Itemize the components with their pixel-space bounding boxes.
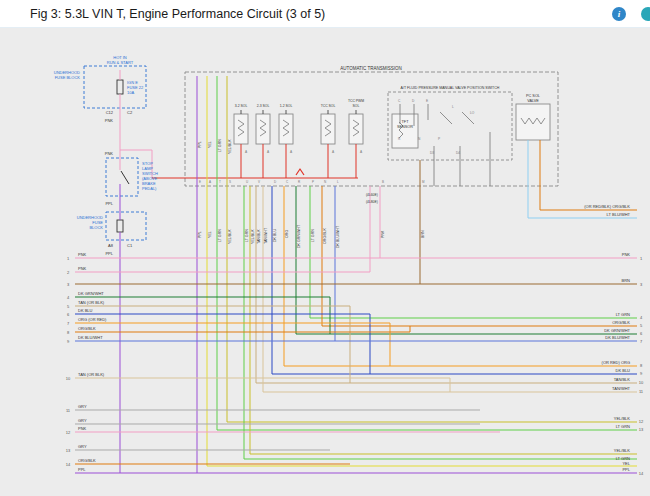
wire-label: D <box>412 99 415 103</box>
stop-lamp-switch-box <box>106 158 138 196</box>
wire-label: TAN/BLK <box>614 377 631 382</box>
wire-label: PNK <box>78 426 87 431</box>
titlebar: Fig 3: 5.3L VIN T, Engine Performance Ci… <box>0 0 650 28</box>
red-arrow <box>296 169 304 175</box>
orgblk-top-right <box>540 140 637 210</box>
wire-label: PC SOL <box>526 94 540 98</box>
wire-label: TAN/WHT <box>612 386 630 391</box>
switch-blade-1 <box>440 112 452 124</box>
wire-label: 3 <box>67 282 70 287</box>
dkblu-drop <box>272 186 637 374</box>
solenoid-3-2 <box>234 114 248 144</box>
wire-label: (4L60E) <box>366 193 378 197</box>
wire-label: DK BLU/WHT <box>78 335 103 340</box>
wire-label: DK BLU <box>616 368 631 373</box>
wire-label: TAN/WHT <box>264 227 268 244</box>
wire-label: YEL/BLK <box>614 416 631 421</box>
wire-label: A <box>290 150 293 154</box>
figure-title: Fig 3: 5.3L VIN T, Engine Performance Ci… <box>30 7 325 21</box>
wire-label: TAN (OR BLK) <box>78 372 105 377</box>
wire-label: 13 <box>66 448 71 453</box>
wire-label: 13 <box>639 427 644 432</box>
wire-label: 8 <box>640 363 643 368</box>
wire-label: ORG/BLK <box>323 227 327 244</box>
wire-label: BRN <box>421 230 425 238</box>
wire-label: D4 <box>456 151 460 155</box>
wire-label: LT GRN <box>218 139 222 152</box>
wire-label: N <box>324 180 326 184</box>
wire-label: 10A <box>127 90 134 95</box>
wire-label: 1-2 SOL <box>280 104 293 108</box>
wire-label: 1 <box>67 256 70 261</box>
wire-label: PNK <box>381 230 385 238</box>
app-window: Fig 3: 5.3L VIN T, Engine Performance Ci… <box>0 0 650 496</box>
wire-label: A/T FLUID PRESSURE MANUAL VALVE POSITION… <box>401 86 500 90</box>
wire-label: L <box>337 180 339 184</box>
fuse-symbol-1 <box>117 80 123 94</box>
wire-label: GRY <box>78 418 87 423</box>
wire-label: RUN & START <box>107 60 134 65</box>
wire-label: P <box>312 180 314 184</box>
wire-label: YEL/BLK <box>614 448 631 453</box>
wire-label: 7 <box>67 321 70 326</box>
wire-label: 1 <box>640 256 643 261</box>
secondary-action-icon[interactable] <box>641 7 650 21</box>
wire-label: YEL/BLK <box>251 229 255 244</box>
wire-label: A <box>209 180 211 184</box>
diagram-svg: HOT INRUN & STARTUNDERHOODFUSE BLOCKIGN … <box>0 28 650 496</box>
wire-label: 4 <box>67 295 70 300</box>
wire-label: PEDAL) <box>142 186 157 191</box>
wire-label: PPL <box>105 201 113 206</box>
wire-label: 8 <box>67 330 70 335</box>
wire-label: 9 <box>640 371 643 376</box>
wire-label: A <box>267 150 270 154</box>
tan-left-5 <box>75 306 350 383</box>
wire-label: GRY <box>78 444 87 449</box>
wire-label: LT GRN <box>218 229 222 242</box>
wire-label: D <box>274 180 277 184</box>
org-drop <box>284 186 637 366</box>
wire-label: TAN (OR BLK) <box>78 300 105 305</box>
wire-label: 12 <box>66 430 71 435</box>
wire-label: PPL <box>78 467 86 472</box>
wire-label: R <box>298 180 301 184</box>
wire-label: YEL/BLK <box>228 229 232 244</box>
wire-label: TAN/BLK <box>257 229 261 244</box>
wire-label: ORG <box>285 230 289 238</box>
wire-label: (OR RED/BLK) ORG/BLK <box>584 204 630 209</box>
wire-label: FUSE BLOCK <box>55 75 81 80</box>
info-glyph: i <box>618 9 621 19</box>
wire-label: M <box>422 180 425 184</box>
wire-label: 4 <box>640 315 643 320</box>
wire-label: TFT <box>402 120 410 124</box>
wire-label: U <box>246 180 248 184</box>
wire-label: (OR RED) ORG <box>602 360 630 365</box>
wire-label: LT GRN <box>245 229 249 242</box>
wire-label: 12 <box>639 419 644 424</box>
wire-label: 5 <box>67 304 70 309</box>
wire-label: PPL <box>622 467 630 472</box>
wire-label: A <box>360 150 363 154</box>
orgblk-left-8 <box>75 326 410 332</box>
diagram-canvas: HOT INRUN & STARTUNDERHOODFUSE BLOCKIGN … <box>0 28 650 496</box>
wire-label: YEL <box>208 141 212 148</box>
wire-label: DK BLU/WHT <box>336 225 340 248</box>
yelblk-drop-b <box>250 186 637 454</box>
wire-label: V <box>258 180 260 184</box>
wire-label: ORG/BLK <box>78 326 96 331</box>
wire-label: 2 <box>67 270 70 275</box>
wire-label: BLOCK <box>89 225 103 230</box>
wire-label: YEL <box>208 231 212 238</box>
org-left-7 <box>75 323 390 366</box>
wire-label: 9 <box>67 339 70 344</box>
wire-label: DK GRN/WHT <box>297 224 301 248</box>
wire-label: PPL <box>198 231 202 238</box>
wire-label: LO <box>470 111 475 115</box>
wire-label: PPL <box>198 141 202 148</box>
wire-label: BRN <box>622 278 631 283</box>
wire-label: SENSOR <box>397 125 413 129</box>
info-icon[interactable]: i <box>612 7 626 21</box>
wire-label: 6 <box>67 312 70 317</box>
wire-label: 10 <box>66 376 71 381</box>
wire-label: TCC PWM <box>348 99 364 103</box>
